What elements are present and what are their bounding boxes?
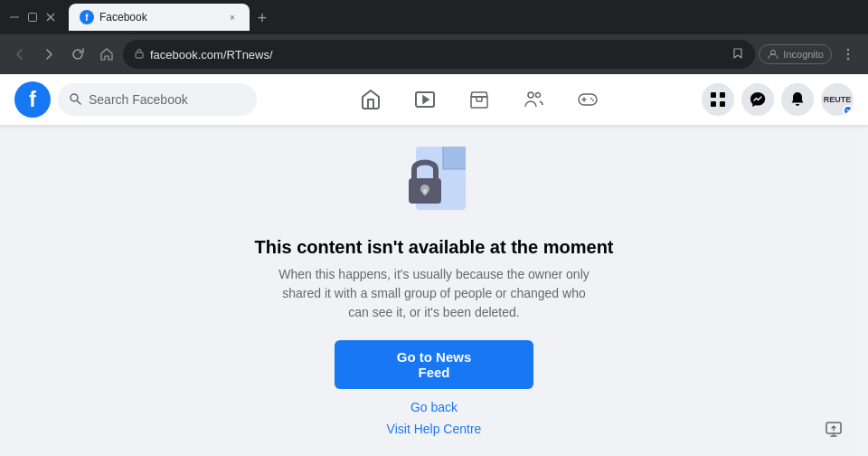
svg-rect-17 [579,94,597,105]
svg-rect-23 [720,92,725,98]
scrollbar[interactable] [857,74,868,456]
error-title: This content isn't available at the mome… [254,237,613,258]
go-back-button[interactable]: Go back [410,400,458,414]
address-text: facebook.com/RTnews/ [150,48,726,62]
visit-help-centre-button[interactable]: Visit Help Centre [387,422,482,436]
new-tab-button[interactable]: + [250,5,275,31]
svg-point-6 [847,49,849,51]
nav-friends-icon[interactable] [510,76,557,123]
close-button[interactable] [43,10,58,24]
nav-right: REUTE [702,83,854,116]
bookmark-button[interactable] [731,47,744,62]
search-bar[interactable]: Search Facebook [58,83,257,116]
error-card: This content isn't available at the mome… [218,101,649,456]
browser-titlebar: f Facebook × + [0,0,868,34]
maximize-button[interactable] [25,10,40,24]
home-button[interactable] [94,42,119,67]
svg-marker-12 [423,96,429,103]
menu-grid-button[interactable] [702,83,734,116]
browser-toolbar: facebook.com/RTnews/ Incognito [0,34,868,74]
notifications-button[interactable] [781,83,814,116]
svg-rect-25 [720,101,725,107]
svg-line-10 [78,100,81,104]
search-icon [69,92,81,108]
svg-point-16 [536,93,541,98]
facebook-navbar: f Search Facebook [0,74,868,125]
address-bar[interactable]: facebook.com/RTnews/ [123,40,755,69]
more-menu-button[interactable] [835,42,861,67]
screen-share-icon[interactable] [817,413,850,445]
account-avatar[interactable]: REUTE [821,83,854,116]
active-tab[interactable]: f Facebook × [69,4,250,31]
svg-point-8 [847,58,849,60]
lock-icon [134,48,145,62]
incognito-label: Incognito [783,49,824,60]
svg-rect-24 [711,101,716,107]
tab-bar: f Facebook × + [65,4,861,31]
svg-point-7 [847,53,849,55]
error-description: When this happens, it's usually because … [276,265,592,322]
messenger-button[interactable] [741,83,774,116]
window-controls [7,10,58,24]
incognito-indicator: Incognito [759,44,832,64]
svg-rect-0 [10,17,19,18]
svg-rect-14 [476,97,482,101]
svg-point-9 [71,94,78,101]
reload-button[interactable] [65,42,90,67]
nav-marketplace-icon[interactable] [456,76,503,123]
svg-rect-29 [423,189,427,195]
main-content: This content isn't available at the mome… [0,125,868,456]
error-illustration [389,138,479,219]
account-abbr: REUTE [824,95,852,104]
tab-favicon: f [80,10,94,24]
svg-rect-22 [711,92,716,98]
minimize-button[interactable] [7,10,22,24]
nav-watch-icon[interactable] [401,76,448,123]
tab-title: Facebook [99,11,221,24]
search-placeholder: Search Facebook [89,92,188,107]
forward-button[interactable] [36,42,61,67]
svg-point-21 [592,100,594,101]
go-to-news-feed-button[interactable]: Go to News Feed [335,340,533,389]
svg-rect-1 [29,14,37,22]
nav-home-icon[interactable] [347,76,394,123]
nav-gaming-icon[interactable] [564,76,611,123]
tab-close-button[interactable]: × [226,11,239,24]
svg-rect-4 [136,52,143,58]
svg-point-15 [528,92,533,98]
facebook-logo: f [14,81,51,118]
back-button[interactable] [7,42,33,67]
nav-center [257,76,702,123]
svg-rect-13 [471,97,487,108]
svg-point-20 [590,98,592,100]
